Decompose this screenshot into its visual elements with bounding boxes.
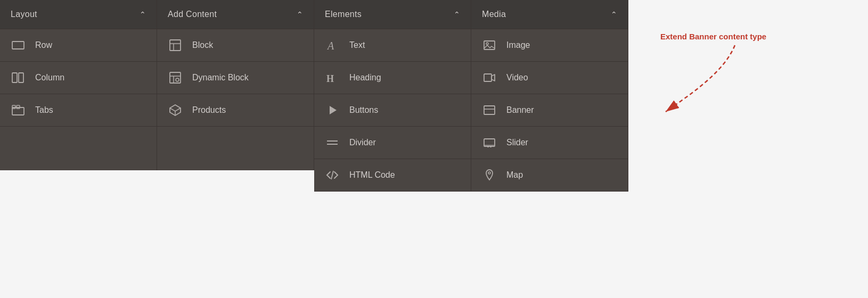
elements-panel-title: Elements <box>325 10 362 19</box>
svg-rect-29 <box>487 146 489 147</box>
slider-icon <box>482 136 497 149</box>
text-icon: A <box>325 39 340 52</box>
media-item-video[interactable]: Video <box>471 62 628 94</box>
media-item-slider[interactable]: Slider <box>471 127 628 159</box>
elements-item-html-code-label: HTML Code <box>349 170 395 180</box>
add-content-panel-chevron[interactable]: ⌃ <box>297 11 303 18</box>
add-content-item-products[interactable]: Products <box>157 94 314 127</box>
heading-icon: H <box>325 71 340 84</box>
elements-panel: Elements ⌃ A Text H Heading <box>314 0 471 192</box>
layout-panel-title: Layout <box>11 10 37 19</box>
elements-panel-header[interactable]: Elements ⌃ <box>314 0 471 29</box>
column-icon <box>11 71 26 84</box>
elements-item-text[interactable]: A Text <box>314 29 471 62</box>
layout-item-row-label: Row <box>35 40 52 50</box>
html-code-icon <box>325 169 340 181</box>
elements-item-buttons-label: Buttons <box>349 105 378 115</box>
svg-rect-6 <box>170 40 181 51</box>
media-item-banner-label: Banner <box>506 105 534 115</box>
svg-rect-23 <box>484 74 492 81</box>
elements-item-heading-label: Heading <box>349 73 381 82</box>
elements-item-heading[interactable]: H Heading <box>314 62 471 94</box>
elements-item-html-code[interactable]: HTML Code <box>314 159 471 192</box>
media-item-video-label: Video <box>506 73 528 82</box>
layout-item-row[interactable]: Row <box>0 29 157 62</box>
media-panel-title: Media <box>482 10 506 19</box>
annotation-area: Extend Banner content type <box>628 0 644 298</box>
add-content-item-dynamic-block-label: Dynamic Block <box>192 73 249 82</box>
media-item-slider-label: Slider <box>506 138 528 147</box>
svg-marker-24 <box>492 74 495 81</box>
svg-text:A: A <box>326 40 334 52</box>
block-icon <box>168 39 183 52</box>
svg-rect-5 <box>17 105 20 109</box>
svg-point-31 <box>488 172 490 174</box>
add-content-item-block[interactable]: Block <box>157 29 314 62</box>
dynamic-block-icon <box>168 71 183 84</box>
media-item-map[interactable]: Map <box>471 159 628 192</box>
svg-rect-30 <box>490 146 492 147</box>
layout-item-tabs[interactable]: Tabs <box>0 94 157 127</box>
layout-item-column[interactable]: Column <box>0 62 157 94</box>
svg-rect-0 <box>12 42 24 49</box>
svg-line-20 <box>331 171 333 179</box>
add-content-panel-header[interactable]: Add Content ⌃ <box>157 0 314 29</box>
add-content-item-products-label: Products <box>192 105 226 115</box>
svg-rect-25 <box>484 106 495 114</box>
media-panel: Media ⌃ Image Video <box>471 0 628 192</box>
svg-rect-2 <box>19 73 23 82</box>
elements-item-divider[interactable]: Divider <box>314 127 471 159</box>
media-item-image[interactable]: Image <box>471 29 628 62</box>
svg-point-22 <box>486 43 488 45</box>
add-content-panel: Add Content ⌃ Block D <box>157 0 314 170</box>
elements-item-divider-label: Divider <box>349 138 376 147</box>
svg-text:H: H <box>326 73 334 84</box>
svg-rect-1 <box>12 73 17 82</box>
buttons-icon <box>325 104 340 117</box>
add-content-panel-title: Add Content <box>168 10 217 19</box>
tabs-icon <box>11 104 26 117</box>
media-item-image-label: Image <box>506 40 530 50</box>
products-icon <box>168 104 183 117</box>
annotation-arrow <box>650 29 767 136</box>
banner-icon <box>482 104 497 117</box>
svg-marker-17 <box>330 106 337 114</box>
elements-panel-chevron[interactable]: ⌃ <box>454 11 460 18</box>
media-item-map-label: Map <box>506 170 523 180</box>
layout-item-tabs-label: Tabs <box>35 105 53 115</box>
svg-point-12 <box>176 78 179 81</box>
row-icon <box>11 39 26 52</box>
layout-item-column-label: Column <box>35 73 64 82</box>
elements-item-buttons[interactable]: Buttons <box>314 94 471 127</box>
elements-item-text-label: Text <box>349 40 365 50</box>
layout-panel-chevron[interactable]: ⌃ <box>140 11 146 18</box>
layout-panel-header[interactable]: Layout ⌃ <box>0 0 157 29</box>
video-icon <box>482 71 497 84</box>
media-panel-chevron[interactable]: ⌃ <box>611 11 617 18</box>
add-content-item-block-label: Block <box>192 40 213 50</box>
media-panel-header[interactable]: Media ⌃ <box>471 0 628 29</box>
image-icon <box>482 39 497 52</box>
map-icon <box>482 169 497 181</box>
panels-container: Layout ⌃ Row Column <box>0 0 644 298</box>
divider-icon <box>325 136 340 149</box>
svg-rect-21 <box>484 41 495 49</box>
add-content-item-dynamic-block[interactable]: Dynamic Block <box>157 62 314 94</box>
svg-rect-9 <box>170 72 181 83</box>
media-item-banner[interactable]: Banner <box>471 94 628 127</box>
layout-panel: Layout ⌃ Row Column <box>0 0 157 170</box>
